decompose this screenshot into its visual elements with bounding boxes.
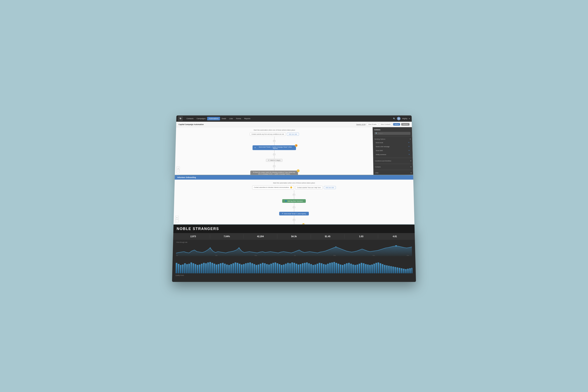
volunteer-canvas[interactable]: Start this automation when one of these … [174,180,414,224]
middle-panel: Volunteer Onboarding Start this automati… [174,175,414,224]
svg-rect-26 [207,262,209,273]
svg-rect-54 [266,264,268,274]
svg-rect-79 [319,263,320,273]
svg-rect-23 [201,264,202,273]
vol-connector-1 [294,190,294,193]
vol-plus-2[interactable]: + [293,206,295,208]
svg-rect-12 [178,264,179,273]
svg-rect-60 [279,264,280,274]
nav-item-campaigns[interactable]: Campaigns [195,117,207,120]
svg-rect-94 [350,264,352,273]
vol-trigger-1[interactable]: Contact subscribes to Volunteer Interest… [252,186,294,190]
svg-rect-31 [218,264,219,274]
stat-value-3: 42,204 [245,235,276,238]
vol-connector-6 [294,222,294,224]
condition-box[interactable]: ⚙ Does the contact match the following c… [250,170,298,175]
svg-rect-96 [354,265,356,274]
search-icon[interactable]: 🔍 [393,118,396,120]
automation-canvas[interactable]: Start this automation when one of these … [175,127,374,175]
svg-rect-64 [287,263,289,273]
svg-rect-121 [407,269,409,273]
svg-rect-44 [245,263,247,273]
view-contacts-button[interactable]: View Contacts [379,123,392,126]
main-content: Start this automation when one of these … [175,127,413,175]
svg-rect-100 [363,263,364,273]
active-button[interactable]: Active [393,123,400,126]
svg-rect-91 [344,264,346,274]
sidebar-notify-someone[interactable]: Notify someone + [374,152,411,156]
line-chart: Jan Mar May Jul Sep Nov Dec [176,244,412,256]
inactive-button[interactable]: Inactive [401,123,410,126]
svg-rect-48 [254,264,255,274]
sidebar-send-sms[interactable]: Send SMS + [374,148,411,152]
svg-text:Jan: Jan [176,255,178,256]
plus-connector-1[interactable]: + [273,140,276,142]
vol-send-email-action[interactable]: ✉ Send email "Email 1" (view reports) [279,212,309,216]
quality-score-label: Quality Score [176,274,412,276]
nav-item-deals[interactable]: Deals [220,117,228,120]
svg-rect-62 [283,264,284,274]
vol-add-new-start[interactable]: Add new start [324,186,336,189]
stat-value-2: 7.04% [212,235,242,238]
sidebar-search-input[interactable] [378,133,410,134]
contacts-header[interactable]: Contacts ▾ [375,166,412,168]
collapse-icon-2: ▾ [410,160,411,162]
svg-rect-55 [268,264,270,274]
stat-value-1: 2,973 [178,235,208,238]
svg-rect-104 [371,264,373,274]
nav-item-reports[interactable]: Reports [243,117,252,120]
svg-rect-67 [294,263,295,273]
plus-connector-3[interactable]: + [273,165,276,168]
svg-rect-72 [304,263,306,273]
nav-item-forms[interactable]: Forms [234,117,243,120]
zoom-out-button[interactable]: − [176,170,180,173]
volunteer-title: Volunteer Onboarding [177,176,196,178]
stat-4: $4.3k [277,234,311,238]
sub-header: Capital Campaign Automation Saved: 12:34… [176,122,412,127]
actions-sidebar: Actions 🔍 Sending Options ▾ Send email + [372,127,413,175]
vol-add-tag-action[interactable]: 👤 Add tag (New Volunteer) [282,199,306,203]
vol-plus-3[interactable]: + [293,219,295,221]
sidebar-send-email[interactable]: Send email + [374,140,411,144]
svg-rect-38 [232,263,234,273]
svg-rect-58 [274,262,276,273]
svg-rect-35 [226,264,228,274]
vol-zoom-out[interactable]: − [175,219,178,223]
nav-item-contacts[interactable]: Contacts [185,117,195,120]
nav-item-automations[interactable]: Automations [207,117,220,120]
plus-connector-2[interactable]: + [273,153,276,156]
sub-header-right: Saved: 12:34 View Emails View Contacts A… [356,123,410,126]
svg-rect-115 [394,267,396,273]
svg-rect-32 [220,263,222,273]
sidebar-search[interactable]: 🔍 [374,132,410,135]
vol-zoom-in[interactable]: + [175,216,178,219]
action-send-email[interactable]: ✉ Send email "Email 1: Capital Campaign … [252,145,296,150]
trigger-box[interactable]: Contact submits any form and any conditi… [250,132,286,136]
nav-dropdown-icon[interactable]: ▾ [409,118,410,119]
svg-rect-29 [214,264,215,273]
wait-box[interactable]: ⏱ Wait for 2 day(s) [266,159,282,162]
svg-rect-27 [209,262,211,274]
nav-item-lists[interactable]: Lists [228,117,234,120]
svg-rect-78 [316,264,318,273]
svg-rect-109 [382,264,384,274]
svg-text:Nov: Nov [372,255,375,256]
svg-rect-28 [211,263,213,273]
svg-rect-30 [216,264,217,274]
svg-rect-101 [365,264,367,274]
zoom-in-button[interactable]: + [176,166,180,170]
vol-plus-1[interactable]: + [293,194,295,196]
sidebar-send-site-message[interactable]: Send a site message + [374,144,411,148]
condition-icon: ⚙ [253,172,254,173]
svg-rect-45 [247,263,249,273]
svg-rect-33 [222,263,224,273]
sending-options-header[interactable]: Sending Options ▾ [374,138,410,140]
conditions-header[interactable]: Conditions and Workflow ▾ [375,159,411,162]
vol-trigger-2[interactable]: Contact submits "How can I help" form [295,186,322,189]
svg-rect-112 [388,266,390,273]
canvas-title: Start this automation when one of these … [178,129,371,131]
add-new-start-button[interactable]: Add new start [287,133,299,136]
chart-brand: NOBLE STRANGERS [176,227,412,231]
view-emails-button[interactable]: View Emails [367,123,378,126]
crm-header[interactable]: CRM ▾ [375,171,412,174]
